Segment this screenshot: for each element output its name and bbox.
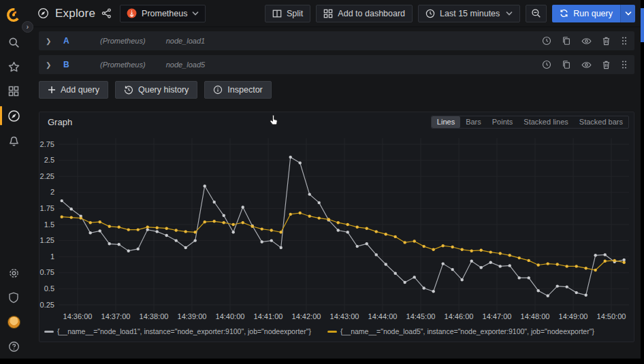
share-icon[interactable] bbox=[101, 8, 112, 18]
run-query-dropdown[interactable] bbox=[620, 5, 635, 22]
series-point bbox=[70, 216, 73, 218]
add-query-button[interactable]: Add query bbox=[39, 81, 108, 99]
dashboards-icon[interactable] bbox=[0, 79, 27, 103]
star-icon[interactable] bbox=[0, 54, 27, 79]
series-point bbox=[61, 199, 63, 202]
mode-button-lines[interactable]: Lines bbox=[432, 116, 460, 128]
mode-button-bars[interactable]: Bars bbox=[460, 116, 487, 128]
query-row-actions bbox=[542, 60, 628, 70]
query-history-icon[interactable] bbox=[542, 60, 551, 69]
add-to-dashboard-button[interactable]: Add to dashboard bbox=[316, 5, 413, 22]
series-point bbox=[432, 290, 435, 293]
series-point bbox=[289, 156, 292, 159]
mode-button-stacked-bars[interactable]: Stacked bars bbox=[574, 116, 628, 128]
y-axis-tick-label: 2.5 bbox=[44, 156, 54, 164]
series-point bbox=[108, 242, 111, 245]
series-point bbox=[613, 259, 616, 262]
series-point bbox=[623, 261, 626, 264]
series-point bbox=[156, 227, 159, 229]
series-point bbox=[489, 250, 492, 253]
x-axis-tick-label: 14:48:00 bbox=[521, 312, 550, 320]
split-button[interactable]: Split bbox=[265, 5, 310, 22]
query-expression[interactable]: node_load5 bbox=[166, 61, 206, 69]
x-axis-tick-label: 14:45:00 bbox=[406, 312, 436, 320]
alerting-bell-icon[interactable] bbox=[0, 128, 27, 152]
time-range-picker[interactable]: Last 15 minutes bbox=[418, 5, 520, 22]
series-point bbox=[289, 213, 292, 216]
x-axis-tick-label: 14:42:00 bbox=[292, 312, 321, 320]
query-datasource-label: (Prometheus) bbox=[100, 61, 146, 69]
drag-handle[interactable] bbox=[621, 36, 628, 46]
scrollbar-thumb[interactable] bbox=[641, 8, 644, 42]
duplicate-query-icon[interactable] bbox=[562, 36, 571, 46]
grafana-app: › Explore Prometheus bbox=[0, 0, 641, 359]
series-point bbox=[223, 214, 225, 217]
run-query-button[interactable]: Run query bbox=[552, 5, 635, 22]
configuration-gear-icon[interactable] bbox=[0, 261, 27, 285]
series-point bbox=[347, 231, 349, 233]
graph-canvas[interactable]: 0.250.50.7511.251.51.7522.252.52.7514:36… bbox=[39, 131, 632, 329]
collapse-chevron-icon[interactable]: ❯ bbox=[46, 37, 52, 45]
series-point bbox=[308, 193, 311, 195]
series-point bbox=[89, 221, 92, 224]
series-point bbox=[108, 225, 111, 228]
series-point bbox=[604, 253, 607, 256]
x-axis-tick-label: 14:49:00 bbox=[559, 312, 588, 320]
series-point bbox=[261, 227, 263, 230]
run-query-main[interactable]: Run query bbox=[552, 5, 620, 22]
toggle-visibility-eye-icon[interactable] bbox=[581, 36, 592, 46]
series-point bbox=[480, 249, 483, 252]
drag-handle[interactable] bbox=[621, 60, 628, 69]
datasource-name: Prometheus bbox=[142, 9, 187, 18]
series-point bbox=[213, 220, 216, 222]
query-row-actions bbox=[542, 36, 628, 46]
series-point bbox=[566, 265, 568, 267]
sidebar-expand-button[interactable]: › bbox=[22, 21, 33, 33]
series-point bbox=[556, 263, 559, 265]
query-history-button[interactable]: Query history bbox=[115, 81, 197, 99]
series-point bbox=[432, 248, 435, 251]
series-point bbox=[80, 216, 82, 219]
help-icon[interactable] bbox=[0, 334, 27, 359]
duplicate-query-icon[interactable] bbox=[562, 60, 571, 69]
legend-swatch bbox=[44, 331, 54, 333]
y-axis-tick-label: 0.5 bbox=[44, 284, 54, 293]
server-admin-shield-icon[interactable] bbox=[0, 285, 27, 310]
sidebar bbox=[0, 0, 27, 359]
series-point bbox=[165, 234, 168, 237]
remove-query-trash-icon[interactable] bbox=[602, 36, 611, 46]
series-point bbox=[223, 221, 225, 224]
legend-item[interactable]: {__name__="node_load5", instance="node_e… bbox=[327, 327, 594, 335]
series-point bbox=[423, 245, 425, 248]
datasource-picker[interactable]: Prometheus bbox=[120, 5, 206, 22]
chevron-down-icon bbox=[192, 11, 199, 16]
query-history-label: Query history bbox=[138, 85, 189, 95]
query-expression[interactable]: node_load1 bbox=[166, 37, 206, 45]
series-point bbox=[184, 230, 187, 233]
inspector-label: Inspector bbox=[227, 85, 262, 95]
remove-query-trash-icon[interactable] bbox=[602, 60, 611, 69]
series-point bbox=[566, 285, 568, 288]
collapse-chevron-icon[interactable]: ❯ bbox=[46, 61, 52, 69]
mode-button-points[interactable]: Points bbox=[487, 116, 519, 128]
series-point bbox=[556, 284, 559, 287]
series-point bbox=[327, 218, 330, 220]
series-point bbox=[175, 239, 178, 242]
series-point bbox=[89, 231, 92, 234]
series-point bbox=[518, 257, 521, 259]
search-icon[interactable] bbox=[0, 30, 27, 54]
query-history-icon[interactable] bbox=[542, 36, 551, 46]
add-query-label: Add query bbox=[61, 85, 99, 95]
query-actions-bar: Add query Query history Inspector bbox=[39, 81, 634, 99]
user-avatar[interactable] bbox=[0, 310, 27, 334]
inspector-button[interactable]: Inspector bbox=[204, 81, 271, 99]
legend-item[interactable]: {__name__="node_load1", instance="node_e… bbox=[44, 327, 311, 335]
toggle-visibility-eye-icon[interactable] bbox=[581, 60, 592, 70]
zoom-out-button[interactable] bbox=[526, 5, 547, 22]
series-point bbox=[99, 229, 101, 232]
mode-button-stacked-lines[interactable]: Stacked lines bbox=[518, 116, 573, 128]
series-point bbox=[404, 241, 406, 244]
explore-compass-icon[interactable] bbox=[0, 103, 27, 128]
series-point bbox=[356, 226, 359, 229]
series-point bbox=[528, 259, 530, 262]
